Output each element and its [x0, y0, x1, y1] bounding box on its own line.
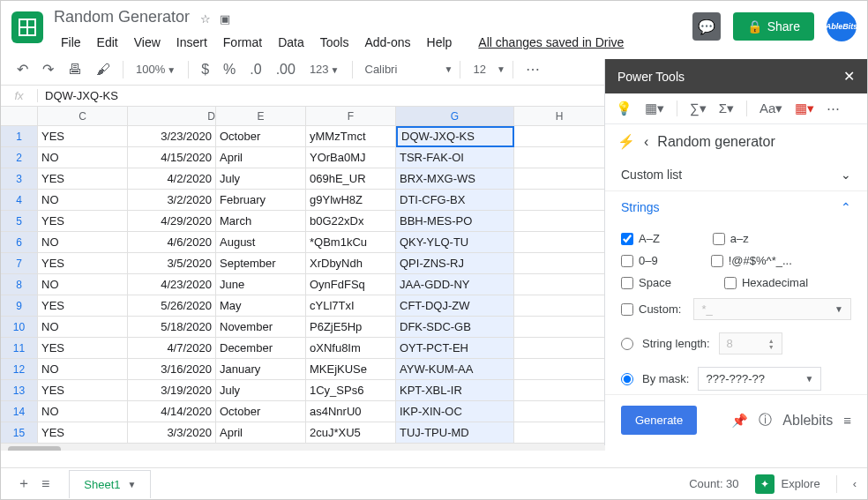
cell[interactable]: YOrBa0MJ	[306, 147, 396, 168]
menu-view[interactable]: View	[127, 32, 168, 53]
percent-button[interactable]: %	[218, 58, 241, 81]
clear-tool-icon[interactable]: ▦▾	[795, 101, 814, 116]
cell[interactable]: 4/7/2020	[128, 338, 216, 359]
sheet-tab[interactable]: Sheet1▼	[69, 470, 151, 498]
col-header-D[interactable]: D	[128, 107, 216, 125]
save-status[interactable]: All changes saved in Drive	[471, 32, 631, 53]
sum-tool-icon[interactable]: ∑▾	[690, 101, 707, 116]
cell[interactable]: IKP-XIN-OC	[396, 401, 514, 422]
cell[interactable]: CFT-DQJ-ZW	[396, 295, 514, 317]
row-header[interactable]: 3	[1, 168, 38, 190]
row-header[interactable]: 7	[1, 253, 38, 274]
cell[interactable]	[514, 147, 605, 168]
cell[interactable]: 3/23/2020	[128, 126, 216, 147]
more-toolbar-button[interactable]: ⋯	[520, 57, 545, 81]
cell[interactable]: July	[216, 168, 306, 190]
menu-icon[interactable]: ≡	[843, 413, 851, 428]
cell[interactable]: NO	[38, 359, 128, 380]
cell[interactable]	[514, 317, 605, 338]
font-select[interactable]: Calibri	[360, 63, 439, 76]
checkbox-digits[interactable]: 0–9	[621, 254, 658, 267]
more-formats-button[interactable]: 123▼	[304, 63, 345, 76]
row-header[interactable]: 13	[1, 380, 38, 401]
cell[interactable]: DFK-SDC-GB	[396, 317, 514, 338]
star-icon[interactable]: ☆	[200, 12, 211, 26]
cell[interactable]	[514, 274, 605, 295]
row-header[interactable]: 2	[1, 147, 38, 168]
custom-chars-input[interactable]: *_▼	[693, 298, 851, 320]
decrease-decimal-button[interactable]: .0	[244, 58, 266, 81]
cell[interactable]: YES	[38, 338, 128, 359]
cell[interactable]: August	[216, 232, 306, 253]
menu-addons[interactable]: Add-ons	[357, 32, 417, 53]
row-header[interactable]: 12	[1, 359, 38, 380]
cell[interactable]: DTI-CFG-BX	[396, 190, 514, 211]
menu-format[interactable]: Format	[216, 32, 269, 53]
document-title[interactable]: Random Generator	[54, 8, 190, 26]
close-icon[interactable]: ✕	[843, 68, 855, 85]
cell[interactable]	[514, 359, 605, 380]
cell[interactable]	[514, 253, 605, 274]
cell[interactable]	[514, 338, 605, 359]
col-header-F[interactable]: F	[306, 107, 396, 125]
hide-sidebar-button[interactable]: ‹	[853, 477, 857, 490]
account-avatar[interactable]: AbleBits	[827, 11, 857, 41]
cell[interactable]: QPI-ZNS-RJ	[396, 253, 514, 274]
cell[interactable]: 1Cy_SPs6	[306, 380, 396, 401]
cell[interactable]: P6ZjE5Hp	[306, 317, 396, 338]
row-header[interactable]: 6	[1, 232, 38, 253]
checkbox-hex[interactable]: Hexadecimal	[724, 276, 808, 289]
cell[interactable]: TSR-FAK-OI	[396, 147, 514, 168]
cell[interactable]	[514, 190, 605, 211]
cell[interactable]: October	[216, 401, 306, 422]
row-header[interactable]: 5	[1, 211, 38, 232]
cell[interactable]: 3/16/2020	[128, 359, 216, 380]
formula-input[interactable]: DQW-JXQ-KS	[38, 89, 125, 102]
checkbox-space[interactable]: Space	[621, 276, 671, 289]
cell[interactable]: March	[216, 211, 306, 232]
menu-edit[interactable]: Edit	[90, 32, 125, 53]
menu-file[interactable]: File	[54, 32, 88, 53]
cell[interactable]: 4/23/2020	[128, 274, 216, 295]
help-icon[interactable]: ⓘ	[759, 412, 772, 429]
cell[interactable]: YES	[38, 380, 128, 401]
comments-button[interactable]: 💬	[692, 12, 721, 41]
cell[interactable]: 5/26/2020	[128, 295, 216, 317]
cell[interactable]: OynFdFSq	[306, 274, 396, 295]
cell[interactable]: 4/2/2020	[128, 168, 216, 190]
cell[interactable]: MKEjKUSe	[306, 359, 396, 380]
menu-insert[interactable]: Insert	[169, 32, 214, 53]
redo-button[interactable]: ↷	[37, 57, 59, 81]
more-tools-icon[interactable]: ⋯	[827, 101, 840, 116]
cell[interactable]: NO	[38, 317, 128, 338]
cell[interactable]: DQW-JXQ-KS	[396, 126, 514, 147]
increase-decimal-button[interactable]: .00	[271, 58, 301, 81]
cell[interactable]: YES	[38, 126, 128, 147]
row-header[interactable]: 4	[1, 190, 38, 211]
sigma-tool-icon[interactable]: Σ▾	[719, 101, 734, 116]
cell[interactable]: November	[216, 317, 306, 338]
section-custom-list[interactable]: Custom list ⌄	[605, 159, 867, 191]
mask-input[interactable]: ???-???-??▼	[698, 367, 821, 391]
col-header-E[interactable]: E	[216, 107, 306, 125]
cell[interactable]: June	[216, 274, 306, 295]
cell[interactable]: NO	[38, 401, 128, 422]
cell[interactable]: g9YlwH8Z	[306, 190, 396, 211]
cell[interactable]	[514, 401, 605, 422]
grid-tool-icon[interactable]: ▦▾	[645, 101, 664, 116]
row-header[interactable]: 9	[1, 295, 38, 317]
checkbox-symbols[interactable]: !@#$%^*_...	[711, 254, 792, 267]
col-header-C[interactable]: C	[38, 107, 128, 125]
cell[interactable]: 4/29/2020	[128, 211, 216, 232]
cell[interactable]: 3/19/2020	[128, 380, 216, 401]
cell[interactable]: 3/3/2020	[128, 422, 216, 444]
radio-string-length[interactable]	[621, 338, 633, 350]
cell[interactable]	[514, 295, 605, 317]
text-tool-icon[interactable]: Aa▾	[760, 101, 782, 116]
row-header[interactable]: 15	[1, 422, 38, 444]
cell[interactable]: April	[216, 147, 306, 168]
cell[interactable]: 069hE_UR	[306, 168, 396, 190]
length-input[interactable]: 8▲▼	[719, 332, 782, 354]
cell[interactable]	[514, 126, 605, 147]
menu-tools[interactable]: Tools	[313, 32, 356, 53]
